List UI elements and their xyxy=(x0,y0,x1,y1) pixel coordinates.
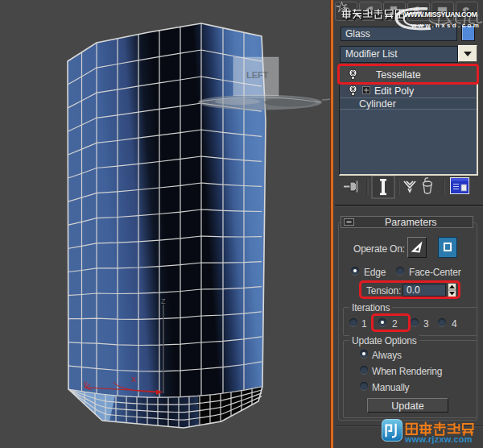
svg-text:X: X xyxy=(131,375,136,384)
svg-text:Z: Z xyxy=(161,297,166,305)
svg-text:LEFT: LEFT xyxy=(246,70,269,80)
svg-text:y: y xyxy=(84,380,88,388)
